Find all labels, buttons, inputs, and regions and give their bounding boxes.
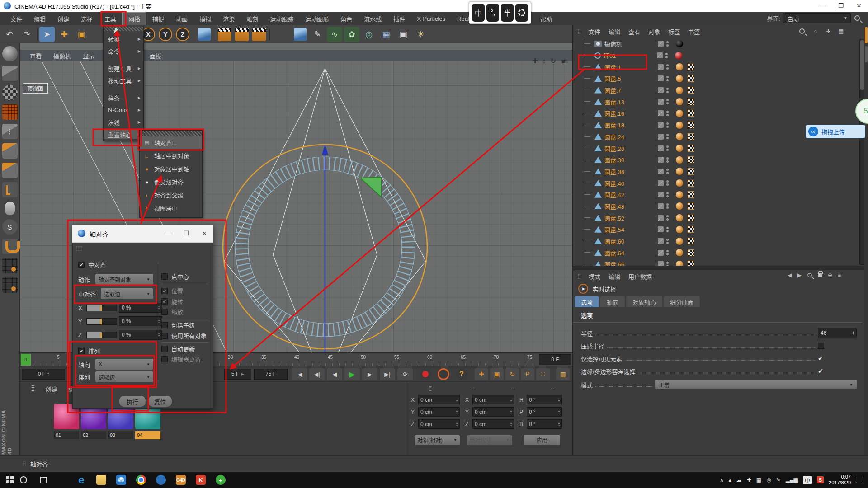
panel-grip[interactable]: ⣿ <box>577 273 580 279</box>
taskbar-app[interactable]: e <box>71 472 91 488</box>
texture-tag[interactable] <box>688 168 694 175</box>
menu-item[interactable]: 流水线 <box>358 13 387 25</box>
submenu-item[interactable]: ✕ 视图居中 <box>140 202 202 215</box>
dock-tab-grey[interactable] <box>865 46 868 62</box>
ime-width-button[interactable]: 半 <box>501 4 514 22</box>
object-row[interactable]: 圆盘.28 <box>573 142 858 154</box>
object-name[interactable]: 圆盘.42 <box>604 190 648 199</box>
render-settings-button[interactable] <box>251 27 267 42</box>
menu-item[interactable]: X-Particles <box>411 14 451 24</box>
texture-tag[interactable] <box>688 180 694 187</box>
panel-grip[interactable]: ⣿ <box>410 385 450 392</box>
object-name[interactable]: 圆盘.36 <box>604 167 648 176</box>
lock-y-axis-button[interactable]: Y <box>159 28 172 41</box>
texture-tag[interactable] <box>688 156 694 163</box>
visibility-dots[interactable] <box>666 180 669 186</box>
object-name[interactable]: 圆盘.66 <box>604 260 648 266</box>
object-row[interactable]: 圆盘.54 <box>573 224 858 235</box>
add-spline-button[interactable]: ✎ <box>310 27 325 42</box>
texture-tag[interactable] <box>688 87 694 94</box>
om-search-icon[interactable] <box>799 28 805 34</box>
workplane-mode-icon[interactable] <box>2 104 18 120</box>
am-search-icon[interactable] <box>807 273 812 277</box>
add-array-button[interactable]: ▦ <box>378 27 394 42</box>
viewport-solo-icon[interactable] <box>5 202 15 215</box>
object-name[interactable]: 圆盘.64 <box>604 249 648 257</box>
action-dropdown[interactable]: 轴对齐到对象▼ <box>95 274 153 285</box>
radius-field[interactable]: 46▴▾ <box>818 328 857 338</box>
object-name[interactable]: 圆盘.40 <box>604 179 648 188</box>
layer-toggle[interactable] <box>658 157 664 163</box>
menu-item[interactable]: 插件 <box>387 13 411 25</box>
maximize-button[interactable]: ❐ <box>832 0 850 11</box>
reset-button[interactable]: 复位 <box>148 396 172 407</box>
execute-button[interactable]: 执行 <box>119 396 146 407</box>
material-tag[interactable] <box>676 261 683 266</box>
add-volume-button[interactable]: ◎ <box>361 27 377 42</box>
object-row[interactable]: 圆盘.30 <box>573 154 858 166</box>
object-row[interactable]: 圆盘.52 <box>573 212 858 224</box>
menu-item[interactable]: 渲染 <box>217 13 241 25</box>
visibility-dots[interactable] <box>666 99 669 104</box>
om-menu-object[interactable]: 对象 <box>648 27 660 36</box>
editor-update-checkbox[interactable] <box>161 356 168 362</box>
panel-grip[interactable]: ⣿ <box>577 28 580 34</box>
visibility-dots[interactable] <box>666 76 669 81</box>
material-tag[interactable] <box>676 122 683 129</box>
material-tag[interactable] <box>676 87 683 94</box>
material-tag[interactable] <box>676 156 683 164</box>
play-button[interactable]: ▶ <box>344 368 360 380</box>
material-label[interactable]: 01 <box>54 431 79 439</box>
tray-icon[interactable]: ▦ <box>756 477 761 483</box>
layer-toggle[interactable] <box>658 87 664 93</box>
om-menu-file[interactable]: 文件 <box>589 27 600 36</box>
taskbar-app[interactable] <box>131 472 151 488</box>
layer-toggle[interactable] <box>658 99 664 105</box>
rot-b-field[interactable]: 0 °▴▾ <box>527 419 562 429</box>
am-back-icon[interactable]: ◀ <box>788 272 792 278</box>
x-slider[interactable] <box>86 305 117 311</box>
om-grid-icon[interactable]: ▦ <box>839 28 844 34</box>
minimize-button[interactable]: — <box>814 0 832 11</box>
mesh-menu-item[interactable]: 法线▶ <box>104 117 143 127</box>
object-row[interactable]: 摄像机 <box>573 38 858 50</box>
object-row[interactable]: 圆盘.16 <box>573 108 858 119</box>
next-frame-button[interactable]: ▶ <box>362 368 377 380</box>
range-start-field[interactable]: 5 F▶ <box>224 369 251 380</box>
quantize-icon[interactable] <box>2 258 18 273</box>
menu-tearoff[interactable] <box>104 27 143 31</box>
dialog-grip[interactable]: ⣿⣿ <box>75 245 82 251</box>
texture-tag[interactable] <box>688 99 694 105</box>
texture-mode-icon[interactable] <box>2 85 18 100</box>
material-menu-create[interactable]: 创建 <box>46 385 57 393</box>
visibility-dots[interactable] <box>666 192 669 197</box>
undo-button[interactable]: ↶ <box>2 27 17 42</box>
lock-icon[interactable] <box>818 273 822 277</box>
mesh-menu-item[interactable]: 命令▶ <box>104 47 143 56</box>
object-name[interactable]: 圆盘.7 <box>604 86 648 94</box>
size-y-field[interactable]: 0 cm▴▾ <box>472 407 514 417</box>
live-selection-tool[interactable]: ➤ <box>39 27 55 42</box>
arrange-dropdown[interactable]: 选取边▼ <box>95 371 153 382</box>
am-target-icon[interactable]: ⊕ <box>828 272 832 278</box>
scale-checkbox[interactable] <box>161 309 168 315</box>
material-tag[interactable] <box>676 202 683 210</box>
rot-p-field[interactable]: 0 °▴▾ <box>527 407 562 417</box>
taskbar-app[interactable]: ⛃ <box>111 472 131 488</box>
menu-tearoff[interactable] <box>140 131 202 136</box>
tray-icon[interactable]: ▴ <box>729 477 731 483</box>
menu-item[interactable]: 角色 <box>335 13 358 25</box>
size-x-field[interactable]: 0 cm▴▾ <box>472 395 514 404</box>
texture-tag[interactable] <box>688 110 694 117</box>
viewport-menu-display[interactable]: 显示 <box>83 52 94 60</box>
tray-icon[interactable]: ✚ <box>747 477 751 483</box>
object-row[interactable]: 圆盘.66 <box>573 258 858 266</box>
layer-toggle[interactable] <box>658 145 664 151</box>
object-name[interactable]: 圆盘.16 <box>604 109 648 117</box>
taskbar-app[interactable]: K <box>191 472 211 488</box>
om-home-icon[interactable]: ⌂ <box>814 28 817 35</box>
object-row[interactable]: 圆盘.40 <box>573 177 858 189</box>
texture-tag[interactable] <box>688 64 694 70</box>
dialog-title-bar[interactable]: 轴对齐 — ❐ ✕ <box>72 225 213 243</box>
visibility-dots[interactable] <box>666 134 669 139</box>
